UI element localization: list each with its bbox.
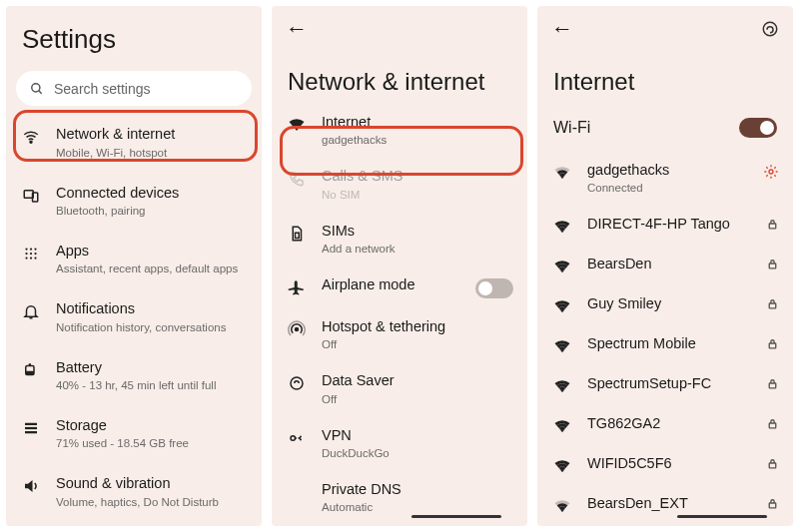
wifi-network[interactable]: DIRECT-4F-HP Tango	[537, 206, 793, 246]
settings-item-battery[interactable]: Battery 40% - 13 hr, 45 min left until f…	[6, 347, 262, 405]
settings-item-notifications[interactable]: Notifications Notification history, conv…	[6, 288, 262, 346]
svg-line-1	[39, 90, 42, 93]
network-name: SpectrumSetup-FC	[587, 375, 752, 392]
item-title: Sound & vibration	[56, 475, 248, 492]
net-item-vpn[interactable]: VPN DuckDuckGo	[272, 417, 527, 471]
svg-rect-17	[25, 423, 37, 425]
svg-rect-27	[769, 224, 776, 229]
devices-icon	[20, 187, 42, 205]
topbar: ←	[537, 6, 793, 44]
settings-item-sound-vibration[interactable]: Sound & vibration Volume, haptics, Do No…	[6, 463, 262, 521]
item-title: Notifications	[56, 300, 248, 317]
network-name: WIFID5C5F6	[587, 455, 752, 472]
item-title: Calls & SMS	[322, 168, 499, 185]
item-title: Storage	[56, 417, 248, 434]
svg-point-6	[30, 248, 32, 250]
search-settings[interactable]: Search settings	[16, 71, 252, 106]
toggle[interactable]	[475, 278, 513, 298]
lock-icon	[766, 337, 779, 350]
item-subtitle: Mobile, Wi-Fi, hotspot	[56, 146, 248, 161]
item-subtitle: Volume, haptics, Do Not Disturb	[56, 495, 248, 510]
svg-rect-32	[769, 423, 776, 428]
item-title: Airplane mode	[322, 276, 461, 293]
page-title: Network & internet	[272, 44, 527, 104]
wifi-toggle[interactable]	[739, 118, 777, 138]
settings-item-network-internet[interactable]: Network & internet Mobile, Wi-Fi, hotspo…	[6, 114, 262, 172]
wifi-network[interactable]: Guy Smiley	[537, 285, 793, 325]
settings-list: Network & internet Mobile, Wi-Fi, hotspo…	[6, 114, 262, 526]
back-icon[interactable]: ←	[286, 18, 308, 40]
network-name: BearsDen	[587, 256, 752, 272]
item-title: Internet	[322, 114, 499, 131]
wifi-network[interactable]: BearsDen	[537, 246, 793, 285]
battery-icon	[20, 361, 42, 379]
wifi-network[interactable]: SpectrumSetup-FC	[537, 365, 793, 405]
wifi-signal-icon	[551, 417, 573, 435]
network-name: TG862GA2	[587, 415, 752, 432]
vpn-icon	[286, 429, 308, 447]
item-title: Battery	[56, 359, 248, 376]
wifi-master-row[interactable]: Wi-Fi	[537, 104, 793, 152]
item-subtitle: 71% used - 18.54 GB free	[56, 436, 248, 451]
settings-item-apps[interactable]: Apps Assistant, recent apps, default app…	[6, 231, 262, 288]
svg-rect-16	[29, 363, 31, 365]
svg-point-11	[25, 257, 27, 259]
svg-point-9	[30, 253, 32, 255]
network-name: BearsDen_EXT	[587, 495, 752, 512]
item-title: VPN	[322, 427, 499, 444]
network-name: Spectrum Mobile	[587, 335, 752, 352]
lock-icon	[766, 218, 779, 231]
svg-rect-31	[769, 383, 776, 388]
lock-icon	[766, 258, 779, 270]
topbar: ←	[272, 6, 527, 44]
settings-screen: Settings Search settings Network & inter…	[6, 6, 262, 526]
svg-rect-15	[26, 370, 34, 374]
net-item-hotspot-tethering[interactable]: Hotspot & tethering Off	[272, 308, 527, 362]
sim-icon	[286, 225, 308, 243]
net-item-adaptive-connectivity[interactable]: Adaptive connectivity	[272, 525, 527, 526]
item-title: SIMs	[322, 223, 499, 240]
settings-item-storage[interactable]: Storage 71% used - 18.54 GB free	[6, 405, 262, 463]
wifi-network[interactable]: TG862GA2	[537, 405, 793, 445]
item-subtitle: Assistant, recent apps, default apps	[56, 262, 248, 276]
wifi-network[interactable]: BearsDen_EXT	[537, 485, 793, 525]
svg-point-12	[30, 257, 32, 259]
net-item-internet[interactable]: Internet gadgethacks	[272, 104, 527, 158]
back-icon[interactable]: ←	[551, 18, 573, 40]
net-item-sims[interactable]: SIMs Add a network	[272, 213, 527, 266]
phone-icon	[286, 170, 308, 188]
svg-point-0	[32, 83, 40, 91]
item-subtitle: Off	[322, 337, 499, 352]
item-subtitle: No SIM	[322, 188, 499, 203]
gear-icon[interactable]	[763, 164, 779, 180]
net-item-airplane-mode[interactable]: Airplane mode	[272, 266, 527, 308]
svg-point-25	[763, 22, 777, 36]
svg-rect-29	[769, 303, 776, 308]
page-title: Internet	[537, 44, 793, 104]
item-subtitle: gadgethacks	[322, 133, 499, 148]
settings-item-display[interactable]: Display Dark theme, font size, brightnes…	[6, 522, 262, 526]
wifi-label: Wi-Fi	[553, 119, 590, 137]
net-item-data-saver[interactable]: Data Saver Off	[272, 362, 527, 416]
lock-icon	[766, 497, 779, 510]
svg-point-23	[291, 377, 303, 389]
svg-point-24	[291, 435, 296, 440]
settings-item-connected-devices[interactable]: Connected devices Bluetooth, pairing	[6, 173, 262, 231]
search-placeholder: Search settings	[54, 81, 151, 97]
svg-point-10	[34, 253, 36, 255]
svg-rect-33	[769, 463, 776, 468]
wifi-network[interactable]: WIFID5C5F6	[537, 445, 793, 485]
wifi-network[interactable]: Spectrum Mobile	[537, 325, 793, 365]
wifi-network[interactable]: gadgethacks Connected	[537, 152, 793, 206]
svg-point-5	[25, 248, 27, 250]
svg-rect-30	[769, 343, 776, 348]
item-subtitle: Notification history, conversations	[56, 320, 248, 335]
grid-icon	[20, 245, 42, 263]
network-status: Connected	[587, 181, 749, 196]
item-subtitle: 40% - 13 hr, 45 min left until full	[56, 378, 248, 393]
page-title: Settings	[6, 6, 262, 61]
network-internet-screen: ← Network & internet Internet gadgethack…	[272, 6, 527, 526]
svg-rect-34	[769, 503, 776, 508]
help-icon[interactable]	[761, 20, 779, 38]
item-subtitle: DuckDuckGo	[322, 446, 499, 461]
